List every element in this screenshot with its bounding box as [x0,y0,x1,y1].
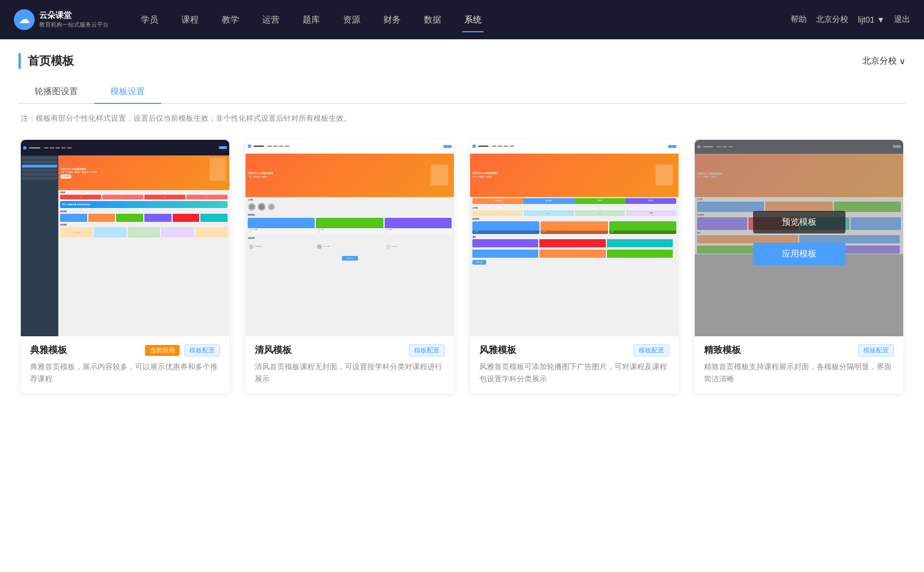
page-header: 首页模板 北京分校 ∨ [18,53,906,69]
nav-logout[interactable]: 退出 [894,14,910,25]
template-badges-3: 模板配置 [634,344,669,356]
nav-item-teaching[interactable]: 教学 [213,10,248,30]
branch-selector[interactable]: 北京分校 ∨ [862,55,906,66]
template-name-2: 清风模板 [255,344,292,356]
tab-carousel[interactable]: 轮播图设置 [18,80,94,104]
template-name-3: 风雅模板 [479,344,516,356]
nav-item-questions[interactable]: 题库 [293,10,329,30]
badge-config-4[interactable]: 模板配置 [858,344,894,356]
template-footer-3: 风雅模板 模板配置 风雅首页模板可添加轮播图下广告图片，可对课程及课程包设置学科… [470,336,679,393]
note: 注：模板有部分个性化样式设置，设置后仅当前模板生效；非个性化样式设置后针对所有模… [18,113,906,124]
template-card-4: 登录 托福TPO1-54真题及解析 广发・口语笔记・成绩单 公开课 [695,140,903,393]
template-name-1: 典雅模板 [30,344,67,356]
nav-items: 学员 课程 教学 运营 题库 资源 财务 数据 系统 [132,10,791,30]
nav-item-system[interactable]: 系统 [455,10,491,30]
nav-item-finance[interactable]: 财务 [374,10,410,30]
template-preview-3[interactable]: 登录 托福TPO1-54真题及解析 广发・口语笔记・成绩单 学科精品课 推荐课程 [470,140,679,336]
logo-text-main: 云朵课堂 [39,10,109,21]
template-preview-4[interactable]: 登录 托福TPO1-54真题及解析 广发・口语笔记・成绩单 公开课 [695,140,903,336]
template-preview-1[interactable]: 登录 [21,140,229,336]
template-desc-4: 精致首页模板支持课程展示封面，各模板分隔明显，界面简洁清晰 [704,361,894,385]
badge-config-3[interactable]: 模板配置 [634,344,669,356]
template-preview-2[interactable]: 登录 托福TPO1-54真题及解析 广发・口语笔记・成绩单 公开课 [245,140,454,336]
nav-item-operations[interactable]: 运营 [253,10,289,30]
tab-template[interactable]: 模板设置 [94,80,161,104]
template-badges-2: 模板配置 [409,344,445,356]
page-content: 首页模板 北京分校 ∨ 轮播图设置 模板设置 注：模板有部分个性化样式设置，设置… [0,39,924,572]
template-desc-3: 风雅首页模板可添加轮播图下广告图片，可对课程及课程包设置学科分类展示 [479,361,669,385]
nav-right: 帮助 北京分校 lijt01 ▼ 退出 [791,14,910,25]
template-badges-4: 模板配置 [858,344,894,356]
template-card-1: 登录 [21,140,229,393]
nav-item-resources[interactable]: 资源 [334,10,370,30]
badge-config-1[interactable]: 模板配置 [184,344,220,356]
template-footer-1: 典雅模板 当前应用 模板配置 典雅首页模板，展示内容较多，可以展示优惠券和多个推… [21,336,229,393]
apply-template-btn-4[interactable]: 应用模板 [753,243,845,265]
tabs: 轮播图设置 模板设置 [18,80,906,104]
template-desc-1: 典雅首页模板，展示内容较多，可以展示优惠券和多个推荐课程 [30,361,220,385]
template-badges-1: 当前应用 模板配置 [145,344,220,356]
logo-text-sub: 教育机构一站式服务云平台 [39,21,109,29]
template-card-3: 登录 托福TPO1-54真题及解析 广发・口语笔记・成绩单 学科精品课 推荐课程 [470,140,679,393]
template-card-2: 登录 托福TPO1-54真题及解析 广发・口语笔记・成绩单 公开课 [245,140,454,393]
nav-branch[interactable]: 北京分校 [816,14,848,25]
logo: ☁ 云朵课堂 教育机构一站式服务云平台 [14,9,109,30]
page-title: 首页模板 [18,53,74,69]
template-desc-2: 清风首页模板课程无封面，可设置按学科分类对课程进行展示 [255,361,445,385]
nav-user[interactable]: lijt01 ▼ [858,15,885,24]
template-footer-2: 清风模板 模板配置 清风首页模板课程无封面，可设置按学科分类对课程进行展示 [245,336,454,393]
nav-help[interactable]: 帮助 [791,14,807,25]
logo-text: 云朵课堂 教育机构一站式服务云平台 [39,10,109,29]
logo-icon: ☁ [14,9,35,30]
badge-config-2[interactable]: 模板配置 [409,344,445,356]
nav-item-data[interactable]: 数据 [415,10,450,30]
nav-item-students[interactable]: 学员 [132,10,167,30]
badge-current-1: 当前应用 [145,345,180,356]
nav-item-courses[interactable]: 课程 [172,10,208,30]
template-overlay-4: 预览模板 应用模板 [695,140,903,336]
navbar: ☁ 云朵课堂 教育机构一站式服务云平台 学员 课程 教学 运营 题库 资源 财务… [0,0,924,39]
template-footer-4: 精致模板 模板配置 精致首页模板支持课程展示封面，各模板分隔明显，界面简洁清晰 [695,336,903,393]
template-grid: 登录 [18,140,906,393]
template-name-4: 精致模板 [704,344,741,356]
preview-template-btn-4[interactable]: 预览模板 [753,211,845,233]
